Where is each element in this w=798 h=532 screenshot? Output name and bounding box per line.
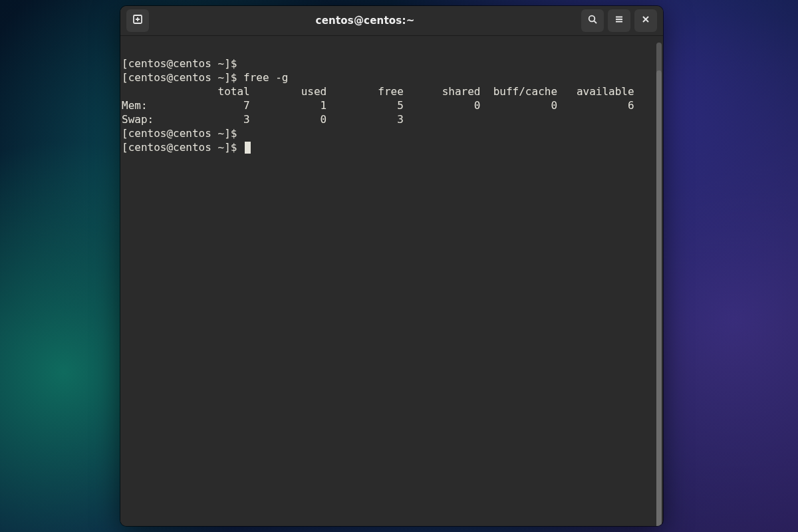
- new-tab-icon: [132, 14, 143, 27]
- scrollbar[interactable]: [656, 43, 662, 526]
- new-tab-button[interactable]: [126, 9, 149, 32]
- search-icon: [587, 14, 598, 27]
- menu-button[interactable]: [608, 9, 630, 32]
- svg-point-3: [589, 16, 595, 22]
- window-title: centos@centos:~: [151, 15, 579, 27]
- prompt-current: [centos@centos ~]$: [122, 141, 251, 154]
- free-row-mem: Mem: 7 1 5 0 0 6: [122, 99, 634, 112]
- titlebar[interactable]: centos@centos:~: [120, 6, 663, 36]
- close-button[interactable]: [634, 9, 657, 32]
- terminal-window: centos@centos:~ [centos@centos ~]$ [cent…: [120, 6, 663, 526]
- prompt-line: [centos@centos ~]$: [122, 57, 237, 70]
- free-header: total used free shared buff/cache availa…: [122, 85, 634, 98]
- scrollbar-thumb[interactable]: [656, 70, 662, 526]
- terminal-body[interactable]: [centos@centos ~]$ [centos@centos ~]$ fr…: [120, 36, 663, 526]
- close-icon: [640, 14, 651, 27]
- menu-icon: [614, 14, 624, 27]
- search-button[interactable]: [581, 9, 604, 32]
- free-row-swap: Swap: 3 0 3: [122, 113, 634, 126]
- command-line: [centos@centos ~]$ free -g: [122, 71, 288, 84]
- cursor: [245, 142, 251, 154]
- prompt-line: [centos@centos ~]$: [122, 127, 237, 140]
- svg-line-4: [594, 21, 597, 23]
